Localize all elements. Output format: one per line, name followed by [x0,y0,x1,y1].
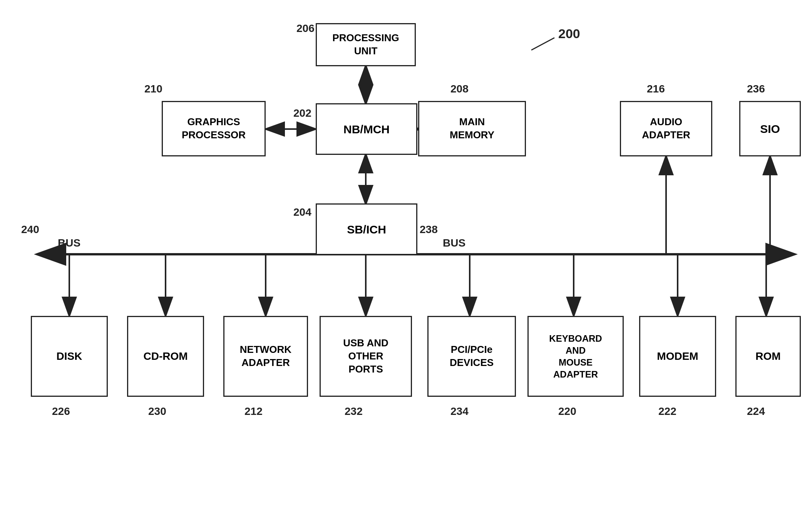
ref-216: 216 [647,83,665,95]
diagram: PROCESSING UNIT NB/MCH GRAPHICS PROCESSO… [0,0,812,517]
nb-mch-box: NB/MCH [316,103,417,155]
ref-238: 238 [420,223,438,236]
ref-240: 240 [21,223,39,236]
main-memory-box: MAIN MEMORY [418,101,526,156]
ref-202: 202 [293,107,311,119]
ref-220: 220 [558,405,576,418]
ref-204: 204 [293,206,311,218]
network-adapter-box: NETWORK ADAPTER [223,316,308,397]
sio-box: SIO [739,101,801,156]
ref-232: 232 [345,405,363,418]
ref-234: 234 [450,405,469,418]
pci-devices-box: PCI/PCIe DEVICES [427,316,516,397]
sb-ich-box: SB/ICH [316,203,417,255]
ref-230: 230 [148,405,166,418]
ref-224: 224 [747,405,765,418]
ref-200: 200 [558,26,580,41]
bus-left-label: BUS [58,237,80,249]
modem-box: MODEM [639,316,716,397]
bus-right-label: BUS [443,237,465,249]
usb-ports-box: USB AND OTHER PORTS [320,316,412,397]
ref-206: 206 [296,22,315,35]
keyboard-adapter-box: KEYBOARD AND MOUSE ADAPTER [527,316,624,397]
cd-rom-box: CD-ROM [127,316,204,397]
ref-208: 208 [450,83,469,95]
diagram-arrows [0,0,812,517]
ref-210: 210 [144,83,162,95]
ref-236: 236 [747,83,765,95]
graphics-processor-box: GRAPHICS PROCESSOR [162,101,266,156]
disk-box: DISK [31,316,108,397]
svg-line-23 [531,38,554,50]
audio-adapter-box: AUDIO ADAPTER [620,101,712,156]
ref-226: 226 [52,405,70,418]
rom-box: ROM [735,316,801,397]
ref-212: 212 [244,405,263,418]
processing-unit-box: PROCESSING UNIT [316,23,416,66]
ref-222: 222 [658,405,676,418]
